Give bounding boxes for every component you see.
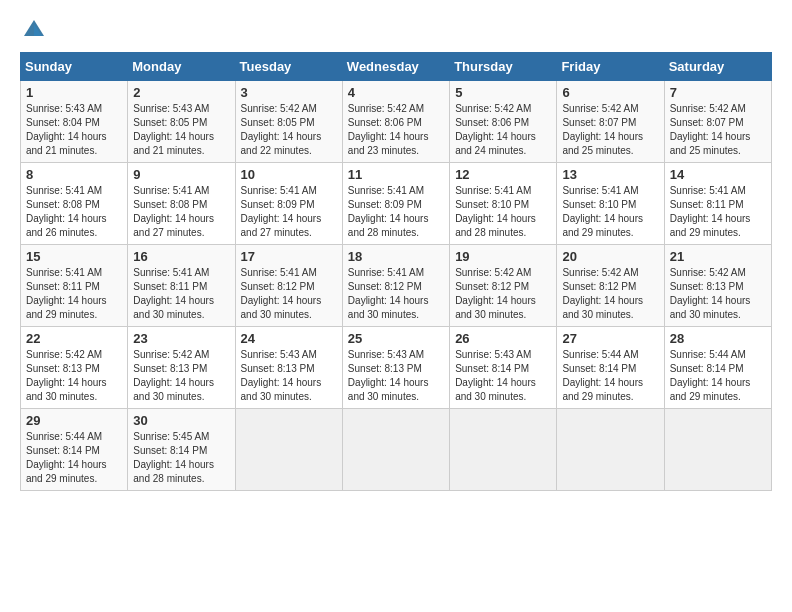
- day-number: 9: [133, 167, 229, 182]
- day-number: 4: [348, 85, 444, 100]
- day-number: 30: [133, 413, 229, 428]
- day-number: 7: [670, 85, 766, 100]
- day-cell: 4 Sunrise: 5:42 AMSunset: 8:06 PMDayligh…: [342, 81, 449, 163]
- logo: [20, 16, 52, 44]
- day-cell: 7 Sunrise: 5:42 AMSunset: 8:07 PMDayligh…: [664, 81, 771, 163]
- day-cell: [664, 409, 771, 491]
- day-info: Sunrise: 5:42 AMSunset: 8:06 PMDaylight:…: [348, 102, 444, 158]
- day-info: Sunrise: 5:42 AMSunset: 8:12 PMDaylight:…: [455, 266, 551, 322]
- header-cell-wednesday: Wednesday: [342, 53, 449, 81]
- day-cell: 25 Sunrise: 5:43 AMSunset: 8:13 PMDaylig…: [342, 327, 449, 409]
- day-number: 16: [133, 249, 229, 264]
- day-info: Sunrise: 5:44 AMSunset: 8:14 PMDaylight:…: [26, 430, 122, 486]
- header-cell-thursday: Thursday: [450, 53, 557, 81]
- day-cell: [235, 409, 342, 491]
- week-row-2: 8 Sunrise: 5:41 AMSunset: 8:08 PMDayligh…: [21, 163, 772, 245]
- day-info: Sunrise: 5:43 AMSunset: 8:05 PMDaylight:…: [133, 102, 229, 158]
- day-cell: 28 Sunrise: 5:44 AMSunset: 8:14 PMDaylig…: [664, 327, 771, 409]
- day-info: Sunrise: 5:41 AMSunset: 8:12 PMDaylight:…: [241, 266, 337, 322]
- day-number: 5: [455, 85, 551, 100]
- day-info: Sunrise: 5:43 AMSunset: 8:04 PMDaylight:…: [26, 102, 122, 158]
- day-info: Sunrise: 5:42 AMSunset: 8:12 PMDaylight:…: [562, 266, 658, 322]
- day-cell: 16 Sunrise: 5:41 AMSunset: 8:11 PMDaylig…: [128, 245, 235, 327]
- header: [20, 16, 772, 44]
- day-info: Sunrise: 5:41 AMSunset: 8:09 PMDaylight:…: [241, 184, 337, 240]
- day-cell: 5 Sunrise: 5:42 AMSunset: 8:06 PMDayligh…: [450, 81, 557, 163]
- day-number: 6: [562, 85, 658, 100]
- day-cell: 10 Sunrise: 5:41 AMSunset: 8:09 PMDaylig…: [235, 163, 342, 245]
- day-number: 23: [133, 331, 229, 346]
- day-cell: [557, 409, 664, 491]
- day-info: Sunrise: 5:43 AMSunset: 8:13 PMDaylight:…: [241, 348, 337, 404]
- week-row-3: 15 Sunrise: 5:41 AMSunset: 8:11 PMDaylig…: [21, 245, 772, 327]
- day-info: Sunrise: 5:43 AMSunset: 8:14 PMDaylight:…: [455, 348, 551, 404]
- day-cell: 11 Sunrise: 5:41 AMSunset: 8:09 PMDaylig…: [342, 163, 449, 245]
- week-row-4: 22 Sunrise: 5:42 AMSunset: 8:13 PMDaylig…: [21, 327, 772, 409]
- day-info: Sunrise: 5:42 AMSunset: 8:05 PMDaylight:…: [241, 102, 337, 158]
- day-number: 21: [670, 249, 766, 264]
- day-cell: 27 Sunrise: 5:44 AMSunset: 8:14 PMDaylig…: [557, 327, 664, 409]
- day-number: 20: [562, 249, 658, 264]
- day-cell: 23 Sunrise: 5:42 AMSunset: 8:13 PMDaylig…: [128, 327, 235, 409]
- day-info: Sunrise: 5:41 AMSunset: 8:08 PMDaylight:…: [26, 184, 122, 240]
- day-number: 15: [26, 249, 122, 264]
- day-cell: 14 Sunrise: 5:41 AMSunset: 8:11 PMDaylig…: [664, 163, 771, 245]
- day-cell: 3 Sunrise: 5:42 AMSunset: 8:05 PMDayligh…: [235, 81, 342, 163]
- day-cell: 17 Sunrise: 5:41 AMSunset: 8:12 PMDaylig…: [235, 245, 342, 327]
- header-cell-friday: Friday: [557, 53, 664, 81]
- day-info: Sunrise: 5:41 AMSunset: 8:09 PMDaylight:…: [348, 184, 444, 240]
- day-number: 14: [670, 167, 766, 182]
- day-number: 25: [348, 331, 444, 346]
- day-cell: 6 Sunrise: 5:42 AMSunset: 8:07 PMDayligh…: [557, 81, 664, 163]
- day-number: 13: [562, 167, 658, 182]
- day-number: 1: [26, 85, 122, 100]
- day-info: Sunrise: 5:42 AMSunset: 8:13 PMDaylight:…: [133, 348, 229, 404]
- day-number: 28: [670, 331, 766, 346]
- day-info: Sunrise: 5:45 AMSunset: 8:14 PMDaylight:…: [133, 430, 229, 486]
- day-number: 8: [26, 167, 122, 182]
- week-row-1: 1 Sunrise: 5:43 AMSunset: 8:04 PMDayligh…: [21, 81, 772, 163]
- logo-icon: [20, 16, 48, 44]
- day-info: Sunrise: 5:41 AMSunset: 8:11 PMDaylight:…: [26, 266, 122, 322]
- calendar-table: SundayMondayTuesdayWednesdayThursdayFrid…: [20, 52, 772, 491]
- day-number: 17: [241, 249, 337, 264]
- day-cell: 20 Sunrise: 5:42 AMSunset: 8:12 PMDaylig…: [557, 245, 664, 327]
- day-info: Sunrise: 5:41 AMSunset: 8:08 PMDaylight:…: [133, 184, 229, 240]
- day-info: Sunrise: 5:42 AMSunset: 8:13 PMDaylight:…: [26, 348, 122, 404]
- day-number: 29: [26, 413, 122, 428]
- day-info: Sunrise: 5:41 AMSunset: 8:11 PMDaylight:…: [670, 184, 766, 240]
- day-number: 24: [241, 331, 337, 346]
- day-cell: 30 Sunrise: 5:45 AMSunset: 8:14 PMDaylig…: [128, 409, 235, 491]
- day-info: Sunrise: 5:44 AMSunset: 8:14 PMDaylight:…: [670, 348, 766, 404]
- day-number: 12: [455, 167, 551, 182]
- day-info: Sunrise: 5:42 AMSunset: 8:07 PMDaylight:…: [562, 102, 658, 158]
- week-row-5: 29 Sunrise: 5:44 AMSunset: 8:14 PMDaylig…: [21, 409, 772, 491]
- day-cell: 2 Sunrise: 5:43 AMSunset: 8:05 PMDayligh…: [128, 81, 235, 163]
- day-cell: 24 Sunrise: 5:43 AMSunset: 8:13 PMDaylig…: [235, 327, 342, 409]
- header-cell-saturday: Saturday: [664, 53, 771, 81]
- day-info: Sunrise: 5:44 AMSunset: 8:14 PMDaylight:…: [562, 348, 658, 404]
- day-info: Sunrise: 5:42 AMSunset: 8:13 PMDaylight:…: [670, 266, 766, 322]
- day-cell: [450, 409, 557, 491]
- day-cell: 29 Sunrise: 5:44 AMSunset: 8:14 PMDaylig…: [21, 409, 128, 491]
- day-number: 22: [26, 331, 122, 346]
- day-info: Sunrise: 5:42 AMSunset: 8:06 PMDaylight:…: [455, 102, 551, 158]
- day-info: Sunrise: 5:43 AMSunset: 8:13 PMDaylight:…: [348, 348, 444, 404]
- day-cell: 18 Sunrise: 5:41 AMSunset: 8:12 PMDaylig…: [342, 245, 449, 327]
- day-info: Sunrise: 5:42 AMSunset: 8:07 PMDaylight:…: [670, 102, 766, 158]
- day-number: 2: [133, 85, 229, 100]
- day-info: Sunrise: 5:41 AMSunset: 8:12 PMDaylight:…: [348, 266, 444, 322]
- day-cell: 21 Sunrise: 5:42 AMSunset: 8:13 PMDaylig…: [664, 245, 771, 327]
- day-info: Sunrise: 5:41 AMSunset: 8:11 PMDaylight:…: [133, 266, 229, 322]
- day-cell: 8 Sunrise: 5:41 AMSunset: 8:08 PMDayligh…: [21, 163, 128, 245]
- day-cell: 26 Sunrise: 5:43 AMSunset: 8:14 PMDaylig…: [450, 327, 557, 409]
- header-cell-sunday: Sunday: [21, 53, 128, 81]
- day-cell: 15 Sunrise: 5:41 AMSunset: 8:11 PMDaylig…: [21, 245, 128, 327]
- day-cell: 1 Sunrise: 5:43 AMSunset: 8:04 PMDayligh…: [21, 81, 128, 163]
- day-number: 18: [348, 249, 444, 264]
- day-cell: 9 Sunrise: 5:41 AMSunset: 8:08 PMDayligh…: [128, 163, 235, 245]
- header-cell-tuesday: Tuesday: [235, 53, 342, 81]
- day-number: 27: [562, 331, 658, 346]
- day-info: Sunrise: 5:41 AMSunset: 8:10 PMDaylight:…: [562, 184, 658, 240]
- header-row: SundayMondayTuesdayWednesdayThursdayFrid…: [21, 53, 772, 81]
